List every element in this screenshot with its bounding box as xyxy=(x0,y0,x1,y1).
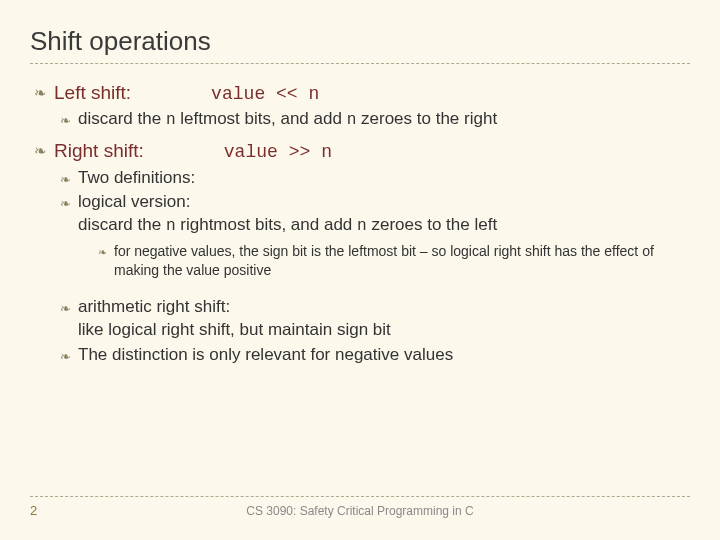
slide-content: ❧ Left shift:value << n ❧ discard the n … xyxy=(30,80,690,369)
bullet-icon: ❧ xyxy=(60,108,78,132)
right-shift-code: value >> n xyxy=(224,142,332,162)
left-shift-desc: discard the n leftmost bits, and add n z… xyxy=(78,108,690,132)
left-shift-code: value << n xyxy=(211,84,319,104)
title-divider xyxy=(30,63,690,64)
slide: Shift operations ❧ Left shift:value << n… xyxy=(0,0,720,540)
bullet-icon: ❧ xyxy=(98,242,114,280)
left-shift-sub: ❧ discard the n leftmost bits, and add n… xyxy=(60,108,690,132)
bullet-icon: ❧ xyxy=(60,167,78,190)
bullet-icon: ❧ xyxy=(60,296,78,342)
bullet-left-shift: ❧ Left shift:value << n ❧ discard the n … xyxy=(34,80,690,134)
bullet-icon: ❧ xyxy=(34,138,54,369)
arithmetic-shift-text: arithmetic right shift: like logical rig… xyxy=(78,296,690,342)
right-shift-label: Right shift: xyxy=(54,140,144,161)
footer-divider xyxy=(30,496,690,497)
logical-version: ❧ logical version: discard the n rightmo… xyxy=(60,191,690,284)
bullet-icon: ❧ xyxy=(60,191,78,284)
logical-version-text: logical version: discard the n rightmost… xyxy=(78,191,690,284)
slide-footer: 2 CS 3090: Safety Critical Programming i… xyxy=(30,496,690,518)
two-definitions-text: Two definitions: xyxy=(78,167,690,190)
slide-title: Shift operations xyxy=(30,26,690,57)
left-shift-heading: Left shift:value << n xyxy=(54,80,690,106)
bullet-icon: ❧ xyxy=(60,344,78,367)
distinction-note: ❧ The distinction is only relevant for n… xyxy=(60,344,690,367)
bullet-icon: ❧ xyxy=(34,80,54,134)
right-shift-heading: Right shift:value >> n xyxy=(54,138,690,164)
two-definitions: ❧ Two definitions: xyxy=(60,167,690,190)
page-number: 2 xyxy=(30,503,70,518)
arithmetic-shift: ❧ arithmetic right shift: like logical r… xyxy=(60,296,690,342)
left-shift-label: Left shift: xyxy=(54,82,131,103)
distinction-text: The distinction is only relevant for neg… xyxy=(78,344,690,367)
course-label: CS 3090: Safety Critical Programming in … xyxy=(70,504,650,518)
negative-note: ❧ for negative values, the sign bit is t… xyxy=(98,242,690,280)
negative-note-text: for negative values, the sign bit is the… xyxy=(114,242,690,280)
bullet-right-shift: ❧ Right shift:value >> n ❧ Two definitio… xyxy=(34,138,690,369)
